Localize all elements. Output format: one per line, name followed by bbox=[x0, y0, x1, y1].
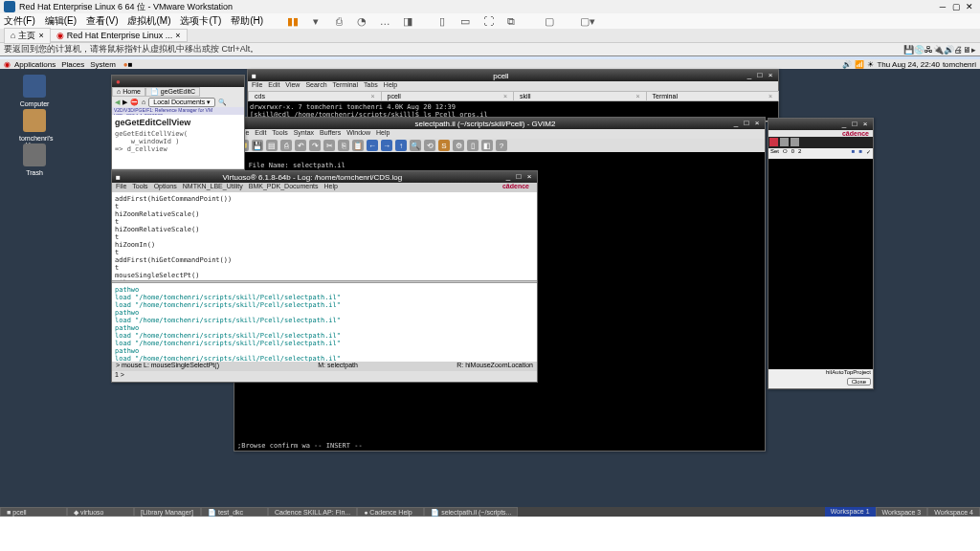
desktop-trash[interactable]: Trash bbox=[19, 143, 50, 176]
menu-file[interactable]: 文件(F) bbox=[4, 14, 35, 28]
saveall-icon[interactable]: ▤ bbox=[266, 140, 278, 151]
menu-help[interactable]: 帮助(H) bbox=[231, 14, 263, 28]
device-printer-icon[interactable]: 🖨 bbox=[954, 45, 963, 55]
layout2-icon[interactable]: ▭ bbox=[458, 14, 472, 28]
minimize-button[interactable]: ─ bbox=[937, 1, 948, 12]
taskbar-item-libmgr[interactable]: [Library Manager] bbox=[134, 507, 201, 517]
close-icon[interactable]: × bbox=[370, 93, 374, 99]
log-output-lower[interactable]: pathwo load "/home/tomchenri/scripts/ski… bbox=[112, 283, 537, 362]
gvim-titlebar[interactable]: selectpath.il (~/scripts/skill/Pcell) - … bbox=[234, 118, 765, 129]
redo-icon[interactable]: ↷ bbox=[309, 140, 321, 151]
tool-icon[interactable] bbox=[791, 138, 799, 146]
minimize-icon[interactable]: _ bbox=[732, 120, 740, 127]
menu-help[interactable]: Help bbox=[384, 81, 397, 91]
device-cd-icon[interactable]: 💿 bbox=[914, 45, 924, 55]
tool-icon[interactable]: ▢▾ bbox=[581, 14, 594, 28]
device-sound-icon[interactable]: 🔊 bbox=[944, 45, 954, 55]
menu-window[interactable]: Window bbox=[346, 129, 370, 139]
terminal-titlebar[interactable]: ■ pcell _□× bbox=[248, 70, 778, 81]
menu-edit[interactable]: Edit bbox=[268, 81, 279, 91]
menu-terminal[interactable]: Terminal bbox=[333, 81, 358, 91]
log-output-upper[interactable]: addFirst(hiGetCommandPoint()) t hiZoomRe… bbox=[112, 192, 537, 280]
close-icon[interactable]: × bbox=[525, 173, 533, 181]
back-icon[interactable]: ← bbox=[367, 140, 378, 151]
camera-icon[interactable]: ◨ bbox=[401, 14, 414, 28]
tab-home[interactable]: ⌂ 主页 × bbox=[4, 28, 51, 44]
menu-file[interactable]: File bbox=[116, 183, 126, 192]
search-icon[interactable]: 🔍 bbox=[218, 99, 227, 106]
taskbar-item-virtuoso[interactable]: ◆ virtuoso bbox=[67, 507, 134, 517]
monitor-icon[interactable]: ▢ bbox=[543, 14, 556, 28]
tool-icon[interactable] bbox=[780, 138, 789, 146]
stop-icon[interactable]: ⛔ bbox=[130, 99, 139, 106]
close-icon[interactable]: × bbox=[503, 93, 507, 99]
back-icon[interactable]: ◀ bbox=[115, 99, 120, 106]
side-canvas[interactable] bbox=[768, 159, 873, 369]
menu-file[interactable]: File bbox=[252, 81, 262, 91]
menu-edit[interactable]: Edit bbox=[255, 129, 266, 139]
terminal-launcher-icon[interactable]: ■ bbox=[128, 60, 133, 69]
menu-buffers[interactable]: Buffers bbox=[320, 129, 341, 139]
cut-icon[interactable]: ✂ bbox=[323, 140, 335, 151]
panel-user[interactable]: tomchenri bbox=[943, 60, 976, 69]
taskbar-item-gvim[interactable]: 📄 selectpath.il (~/scripts... bbox=[424, 507, 518, 517]
taskbar-item-test[interactable]: 📄 test_dkc bbox=[201, 507, 268, 517]
forward-icon[interactable]: → bbox=[381, 140, 392, 151]
menu-edit[interactable]: 编辑(E) bbox=[45, 14, 77, 28]
log-titlebar[interactable]: ■ Virtuoso® 6.1.8-64b - Log: /home/tomch… bbox=[112, 171, 537, 183]
replace-icon[interactable]: ⟲ bbox=[424, 140, 435, 151]
tab-vm[interactable]: ◉ Red Hat Enterprise Linux ... × bbox=[50, 29, 188, 42]
minimize-icon[interactable]: _ bbox=[504, 173, 512, 181]
doc-titlebar[interactable]: ● bbox=[112, 76, 244, 87]
unity-icon[interactable]: ⧉ bbox=[504, 14, 518, 28]
terminal-tab-skill[interactable]: skill× bbox=[513, 91, 647, 101]
up-icon[interactable]: ↑ bbox=[395, 140, 407, 151]
maximize-icon[interactable]: □ bbox=[743, 120, 750, 127]
terminal-tab-pcell[interactable]: pcell× bbox=[381, 91, 515, 101]
fullscreen-icon[interactable]: ⛶ bbox=[481, 14, 495, 28]
close-button[interactable]: ✕ bbox=[964, 1, 975, 12]
close-icon[interactable]: × bbox=[635, 93, 639, 99]
desktop-computer[interactable]: Computer bbox=[19, 75, 50, 107]
device-more-icon[interactable]: ▸ bbox=[971, 45, 976, 55]
menu-view[interactable]: 查看(V) bbox=[86, 14, 118, 28]
script-icon[interactable]: S bbox=[438, 140, 450, 151]
tab-doc[interactable]: 📄 geGetEditC bbox=[145, 87, 200, 97]
menu-help[interactable]: Help bbox=[376, 129, 390, 139]
tab-home[interactable]: ⌂ Home bbox=[112, 87, 145, 97]
close-icon[interactable]: × bbox=[38, 31, 43, 40]
make-icon[interactable]: ⚙ bbox=[453, 140, 464, 151]
menu-tabs[interactable]: Tabs bbox=[364, 81, 378, 91]
minimize-icon[interactable]: _ bbox=[746, 72, 753, 79]
taskbar-item-help[interactable]: ● Cadence Help bbox=[357, 507, 424, 517]
maximize-button[interactable]: ▢ bbox=[950, 1, 962, 12]
close-icon[interactable]: × bbox=[753, 120, 761, 127]
gvim-cmdline[interactable]: ;Browse confirm wa -- INSERT -- bbox=[234, 441, 765, 451]
home-icon[interactable]: ⌂ bbox=[142, 99, 145, 105]
menu-utility[interactable]: NMTKN_LBE_Utility bbox=[183, 183, 243, 192]
menu-help[interactable]: Help bbox=[324, 183, 338, 192]
undo-icon[interactable]: ↶ bbox=[295, 140, 306, 151]
tag-icon[interactable]: ◧ bbox=[481, 140, 493, 151]
taskbar-item-skill[interactable]: Cadence SKILL AP: Fin... bbox=[268, 507, 357, 517]
close-icon[interactable]: × bbox=[768, 93, 772, 99]
brightness-icon[interactable]: ☀ bbox=[867, 60, 874, 69]
menu-places[interactable]: Places bbox=[61, 60, 84, 69]
workspace-3[interactable]: Workspace 3 bbox=[876, 507, 928, 517]
network-icon[interactable]: 📶 bbox=[855, 60, 864, 69]
workspace-4[interactable]: Workspace 4 bbox=[927, 507, 980, 517]
workspace-1[interactable]: Workspace 1 bbox=[825, 507, 876, 517]
close-icon[interactable]: × bbox=[861, 121, 869, 128]
print-icon[interactable]: ⎙ bbox=[280, 140, 292, 151]
doc-content[interactable]: geGetEditCellView geGetEditCellView( w_w… bbox=[112, 115, 244, 168]
layout1-icon[interactable]: ▯ bbox=[435, 14, 449, 28]
menu-tabs[interactable]: 选项卡(T) bbox=[180, 14, 221, 28]
forward-icon[interactable]: ▶ bbox=[122, 99, 127, 106]
chevron-down-icon[interactable]: ▾ bbox=[309, 14, 323, 28]
menu-syntax[interactable]: Syntax bbox=[294, 129, 314, 139]
menu-tools[interactable]: Tools bbox=[272, 129, 287, 139]
volume-icon[interactable]: 🔊 bbox=[842, 60, 852, 69]
terminal-tab-new[interactable]: Terminal× bbox=[646, 91, 780, 101]
menu-vm[interactable]: 虚拟机(M) bbox=[127, 14, 170, 28]
menu-view[interactable]: View bbox=[285, 81, 300, 91]
